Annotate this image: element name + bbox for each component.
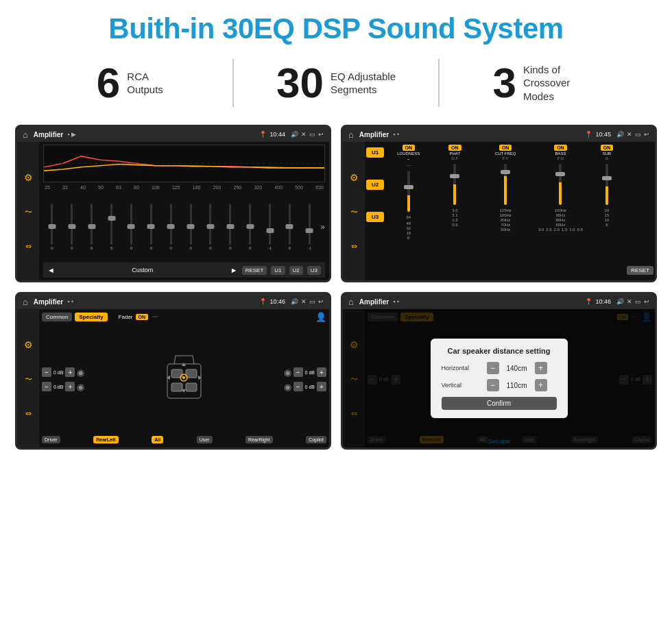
fader-label: Fader: [119, 314, 133, 320]
svg-rect-5: [186, 383, 197, 391]
amp-cutfreq-val1: 125Hz: [500, 208, 512, 212]
amp-phat-slider-g[interactable]: [453, 164, 456, 205]
eq-u2-btn[interactable]: U2: [289, 266, 303, 275]
eq-next-btn[interactable]: ►: [230, 266, 238, 274]
fader-icon-3[interactable]: ⇔: [25, 409, 32, 418]
fader-left-speaker-bot: ◉: [77, 382, 84, 392]
fader-tab-common[interactable]: Common: [42, 313, 72, 321]
amp-phat-val3: 1.3: [452, 218, 457, 222]
dialog-home-icon[interactable]: ⌂: [348, 297, 354, 307]
fader-right-bot-minus[interactable]: −: [293, 382, 303, 391]
fader-left-bot-plus[interactable]: +: [65, 382, 75, 391]
stat-rca: 6 RCAOutputs: [41, 62, 219, 104]
stat-divider-2: [438, 59, 440, 107]
amp-cutfreq-val4: 70Hz: [501, 223, 510, 227]
amp-bass-on[interactable]: ON: [554, 145, 567, 151]
eq-slider-5[interactable]: 0: [142, 204, 160, 250]
amp-sub-label: SUB: [603, 151, 611, 156]
fader-icon-1[interactable]: ⚙: [24, 339, 33, 350]
eq-slider-7[interactable]: 0: [182, 204, 200, 250]
fader-user-btn[interactable]: User: [197, 436, 213, 443]
amp-sub-val1: 20: [605, 208, 610, 212]
amp-icon-2[interactable]: 〜: [350, 207, 358, 217]
amp-sub-slider[interactable]: [605, 164, 608, 205]
eq-mode-label: Custom: [59, 267, 226, 273]
fader-tab-specialty[interactable]: Specialty: [75, 313, 107, 321]
eq-slider-9[interactable]: 0: [221, 204, 239, 250]
fader-right-top-plus[interactable]: +: [317, 367, 326, 377]
amp-icon-1[interactable]: ⚙: [350, 172, 359, 183]
fader-home-icon[interactable]: ⌂: [23, 297, 28, 307]
fader-driver-btn[interactable]: Driver: [42, 436, 60, 443]
eq-slider-4[interactable]: 0: [123, 204, 141, 250]
eq-u3-btn[interactable]: U3: [307, 266, 321, 275]
amp-home-icon[interactable]: ⌂: [348, 130, 354, 140]
amp-bass-slider[interactable]: [559, 164, 562, 205]
fader-left-bot-row: − 0 dB + ◉: [42, 382, 84, 392]
eq-icon-1[interactable]: ⚙: [24, 172, 33, 183]
eq-status-icons: 📍 10:44 🔊 ✕ ▭ ↩: [259, 131, 324, 138]
eq-play-icons: ▪ ▶: [67, 131, 76, 138]
eq-u1-btn[interactable]: U1: [271, 266, 285, 275]
amp-reset-btn[interactable]: RESET: [627, 266, 653, 275]
dialog-x-icon: ✕: [627, 298, 632, 305]
fader-all-btn[interactable]: All: [152, 436, 163, 443]
eq-slider-8[interactable]: 0: [202, 204, 219, 250]
dialog-vertical-minus[interactable]: −: [487, 379, 499, 391]
amp-loudness-val-0: 0: [407, 236, 409, 240]
fader-left-top-plus[interactable]: +: [65, 367, 75, 377]
amp-phat-on[interactable]: ON: [448, 145, 461, 151]
eq-icon-3[interactable]: ⇔: [25, 242, 32, 251]
eq-slider-6[interactable]: 0: [162, 204, 180, 250]
eq-slider-10[interactable]: 0: [241, 204, 259, 250]
dialog-horizontal-plus[interactable]: +: [535, 362, 547, 374]
eq-slider-11[interactable]: -1: [261, 204, 279, 250]
fader-left-bot-minus[interactable]: −: [42, 382, 51, 391]
amp-icon-3[interactable]: ⇔: [351, 242, 357, 251]
fader-right-bot-db: 0 dB: [305, 385, 315, 389]
eq-back-icon: ↩: [318, 131, 324, 138]
fader-icon-2[interactable]: 〜: [25, 374, 32, 385]
amp-loudness-sub: —: [407, 163, 411, 167]
fader-right-top-minus[interactable]: −: [293, 367, 303, 377]
amp-sub-on[interactable]: ON: [601, 145, 614, 151]
amp-u3-btn[interactable]: U3: [366, 212, 384, 222]
amp-u2-btn[interactable]: U2: [366, 180, 384, 190]
eq-prev-btn[interactable]: ◄: [47, 266, 55, 274]
eq-slider-3[interactable]: 5: [103, 204, 121, 250]
fader-status-icons: 📍 10:46 🔊 ✕ ▭ ↩: [259, 298, 324, 305]
fader-car-svg: [162, 350, 206, 409]
eq-slider-0[interactable]: 0: [43, 204, 61, 250]
dialog-vertical-label: Vertical: [442, 382, 483, 389]
eq-reset-btn[interactable]: RESET: [242, 266, 267, 275]
amp-cutfreq-slider[interactable]: [504, 164, 507, 205]
fader-top-bar: Common Specialty Fader ON 〰 👤: [42, 312, 326, 322]
amp-loudness-on[interactable]: ON: [403, 145, 416, 151]
amp-u1-btn[interactable]: U1: [366, 147, 384, 158]
amp-cutfreq-on[interactable]: ON: [499, 145, 512, 151]
eq-slider-12[interactable]: 0: [281, 204, 299, 250]
dialog-status-icons: 📍 10:46 🔊 ✕ ▭ ↩: [585, 298, 649, 305]
fader-rearright-btn[interactable]: RearRight: [245, 436, 273, 443]
confirm-button[interactable]: Confirm: [442, 397, 557, 410]
eq-slider-13[interactable]: -1: [300, 204, 318, 250]
fader-back-icon: ↩: [318, 298, 324, 305]
amp-x-icon: ✕: [627, 131, 632, 138]
eq-home-icon[interactable]: ⌂: [23, 130, 28, 140]
amp-loudness-slider[interactable]: [407, 171, 410, 212]
eq-slider-2[interactable]: 0: [83, 204, 101, 250]
eq-icon-2[interactable]: 〜: [25, 207, 32, 217]
dialog-time: 10:46: [595, 298, 611, 305]
fader-copilot-btn[interactable]: Copilot: [306, 436, 326, 443]
fader-right-bot-plus[interactable]: +: [317, 382, 326, 391]
eq-window-icon: ▭: [309, 131, 315, 138]
amp-phat-label: PHAT: [450, 151, 461, 156]
amp-controls-area: ON LOUDNESS — 64 48 32 16 0 ON PHAT G F: [385, 142, 655, 280]
dialog-vertical-plus[interactable]: +: [535, 379, 547, 391]
fader-left-top-minus[interactable]: −: [42, 367, 51, 377]
eq-slider-1[interactable]: 0: [63, 204, 81, 250]
eq-more-icon[interactable]: »: [320, 222, 325, 232]
fader-person-icon: 👤: [315, 312, 326, 322]
fader-on-badge[interactable]: ON: [136, 314, 149, 320]
dialog-horizontal-minus[interactable]: −: [487, 362, 499, 374]
